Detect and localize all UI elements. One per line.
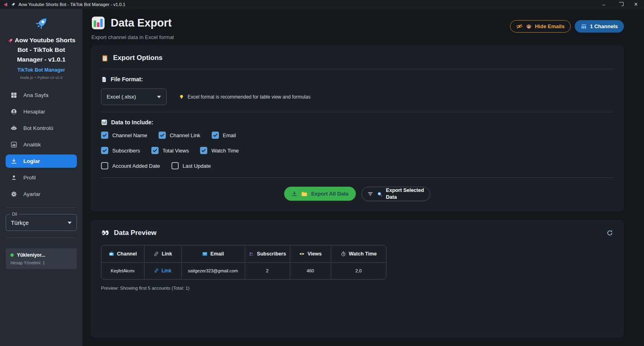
folder-icon xyxy=(301,191,308,197)
sidebar-item-analitik[interactable]: Analitik xyxy=(6,138,77,151)
user-icon xyxy=(10,174,17,181)
status-card: Yükleniyor... Hesap Yönetimi: 1 xyxy=(6,248,77,269)
preview-table: Channel Link Email Subscribers xyxy=(101,245,386,280)
sidebar-item-loglar[interactable]: Loglar xyxy=(6,154,77,168)
hide-emails-button[interactable]: Hide Emails xyxy=(510,20,571,33)
file-format-select[interactable]: Excel (.xlsx) xyxy=(101,89,167,105)
divider xyxy=(101,69,613,69)
cell-views: 460 xyxy=(290,262,331,279)
restore-icon xyxy=(618,3,621,6)
section-title: Export Options xyxy=(113,54,163,62)
checkbox-channel-link[interactable]: Channel Link xyxy=(159,132,200,139)
eye-icon xyxy=(299,251,305,257)
column-header-watch-time: Watch Time xyxy=(331,245,386,262)
divider xyxy=(101,112,613,112)
status-detail: Hesap Yönetimi: 1 xyxy=(10,260,72,265)
download-icon xyxy=(291,191,297,197)
divider xyxy=(6,207,77,208)
eye-slash-icon xyxy=(516,23,523,30)
checkbox-email[interactable]: Email xyxy=(212,132,236,139)
analytics-icon xyxy=(10,141,17,148)
bar-chart-icon xyxy=(581,23,587,29)
link-icon xyxy=(153,251,159,257)
main-content: Data Export Export channel data in Excel… xyxy=(83,9,644,346)
cell-subscribers: 2 xyxy=(245,262,290,279)
checkbox-icon xyxy=(101,162,108,169)
checkbox-icon xyxy=(200,147,207,154)
sidebar-item-label: Hesaplar xyxy=(23,109,45,115)
sidebar-item-profil[interactable]: Profil xyxy=(6,171,77,184)
lightbulb-icon xyxy=(179,94,184,100)
sidebar-item-label: Analitik xyxy=(23,142,41,148)
table-header-row: Channel Link Email Subscribers xyxy=(101,245,386,262)
language-select-label: Dil xyxy=(10,212,19,216)
close-button[interactable]: × xyxy=(628,0,644,9)
cell-link: Link xyxy=(144,262,181,279)
checkbox-last-update[interactable]: Last Update xyxy=(171,162,211,169)
file-format-tip: Excel format is recommended for table vi… xyxy=(188,94,310,100)
page-title: Data Export xyxy=(111,17,172,29)
column-header-link: Link xyxy=(144,245,181,262)
checkbox-channel-name[interactable]: Channel Name xyxy=(101,132,147,139)
app-subtitle: TikTok Bot Manager xyxy=(0,67,83,73)
bar-chart-icon xyxy=(101,119,107,126)
column-header-email: Email xyxy=(181,245,245,262)
status-title: Yükleniyor... xyxy=(17,252,45,258)
maximize-button[interactable] xyxy=(612,0,628,9)
app-title: Aow Youtube Shorts Bot - TikTok Bot Mana… xyxy=(0,31,83,64)
checkbox-icon xyxy=(101,132,108,139)
app-logo xyxy=(0,15,83,31)
file-format-label: File Format: xyxy=(111,76,143,82)
refresh-icon xyxy=(606,229,613,237)
page-subtitle: Export channel data in Excel format xyxy=(91,34,174,40)
bar-chart-icon xyxy=(91,15,106,31)
sidebar-item-ayarlar[interactable]: Ayarlar xyxy=(6,187,77,201)
language-select[interactable]: Dil Türkçe xyxy=(6,214,77,231)
window-title: Aow Youtube Shorts Bot - TikTok Bot Mana… xyxy=(19,2,125,7)
sidebar-item-label: Loglar xyxy=(23,158,40,164)
divider xyxy=(6,237,77,238)
checkbox-total-views[interactable]: Total Views xyxy=(151,147,189,154)
table-row: KeşfetAkımı Link saitgezer323@gmail.com … xyxy=(101,262,386,279)
cell-watch-time: 2,0 xyxy=(331,262,386,279)
section-title: Data Preview xyxy=(114,229,157,237)
cell-channel: KeşfetAkımı xyxy=(101,262,144,279)
data-include-label: Data to Include: xyxy=(111,119,153,126)
clipboard-icon xyxy=(101,54,109,62)
file-icon xyxy=(101,76,107,82)
checkbox-watch-time[interactable]: Watch Time xyxy=(200,147,239,154)
channel-link[interactable]: Link xyxy=(154,268,171,274)
checkbox-icon xyxy=(171,162,179,169)
divider xyxy=(101,177,613,178)
chevron-down-icon xyxy=(157,96,161,98)
rocket-icon xyxy=(7,37,14,44)
user-circle-icon xyxy=(10,108,17,115)
export-selected-data-button[interactable]: Export Selected Data xyxy=(361,187,430,201)
language-select-value: Türkçe xyxy=(11,220,29,226)
sidebar-item-bot-kontrolu[interactable]: Bot Kontrolü xyxy=(6,122,77,135)
checkbox-subscribers[interactable]: Subscribers xyxy=(101,147,140,154)
mail-icon xyxy=(202,251,208,257)
checkbox-icon xyxy=(212,132,219,139)
sidebar: Aow Youtube Shorts Bot - TikTok Bot Mana… xyxy=(0,9,83,346)
minimize-button[interactable]: – xyxy=(596,0,612,9)
stopwatch-icon xyxy=(341,251,346,257)
gear-icon xyxy=(10,191,17,198)
column-header-channel: Channel xyxy=(101,245,144,262)
eyes-icon xyxy=(101,229,109,237)
checkbox-icon xyxy=(159,132,166,139)
refresh-button[interactable] xyxy=(606,229,613,237)
data-preview-card: Data Preview Chann xyxy=(91,220,624,338)
rocket-icon xyxy=(33,15,50,31)
rocket-icon xyxy=(11,2,16,7)
column-header-subscribers: Subscribers xyxy=(245,245,290,262)
magnifier-icon xyxy=(377,191,383,197)
column-header-views: Views xyxy=(290,245,331,262)
status-dot xyxy=(10,253,14,257)
window-titlebar: Aow Youtube Shorts Bot - TikTok Bot Mana… xyxy=(0,0,644,9)
checkbox-account-added-date[interactable]: Account Added Date xyxy=(101,162,160,169)
sidebar-item-hesaplar[interactable]: Hesaplar xyxy=(6,105,77,118)
sidebar-item-ana-sayfa[interactable]: Ana Sayfa xyxy=(6,89,77,102)
export-all-data-button[interactable]: Export All Data xyxy=(284,187,356,201)
channels-count-badge[interactable]: 1 Channels xyxy=(575,20,624,33)
